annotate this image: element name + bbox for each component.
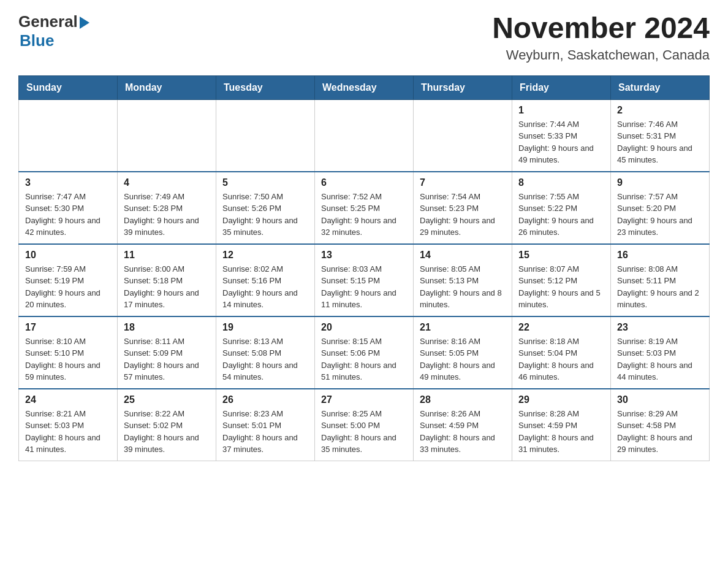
- weekday-header-monday: Monday: [118, 75, 216, 99]
- day-info: Sunrise: 8:21 AMSunset: 5:03 PMDaylight:…: [25, 408, 111, 456]
- day-number: 4: [124, 177, 210, 188]
- day-number: 11: [124, 250, 210, 261]
- calendar-week-row: 17Sunrise: 8:10 AMSunset: 5:10 PMDayligh…: [19, 316, 710, 389]
- day-info: Sunrise: 7:50 AMSunset: 5:26 PMDaylight:…: [222, 191, 308, 239]
- day-number: 27: [321, 394, 407, 405]
- calendar-cell: 25Sunrise: 8:22 AMSunset: 5:02 PMDayligh…: [118, 389, 216, 461]
- day-info: Sunrise: 8:10 AMSunset: 5:10 PMDaylight:…: [25, 335, 111, 383]
- day-number: 14: [420, 250, 506, 261]
- day-number: 8: [518, 177, 604, 188]
- calendar-cell: [414, 99, 512, 172]
- weekday-header-wednesday: Wednesday: [315, 75, 414, 99]
- day-info: Sunrise: 7:52 AMSunset: 5:25 PMDaylight:…: [321, 191, 407, 239]
- day-number: 5: [222, 177, 308, 188]
- day-number: 12: [222, 250, 308, 261]
- day-number: 7: [420, 177, 506, 188]
- calendar-cell: 15Sunrise: 8:07 AMSunset: 5:12 PMDayligh…: [512, 244, 611, 316]
- day-info: Sunrise: 8:29 AMSunset: 4:58 PMDaylight:…: [617, 408, 703, 456]
- logo: General Blue: [18, 12, 89, 50]
- day-number: 18: [124, 322, 210, 333]
- day-number: 24: [25, 394, 111, 405]
- calendar-cell: [118, 99, 216, 172]
- calendar-cell: 6Sunrise: 7:52 AMSunset: 5:25 PMDaylight…: [315, 172, 414, 244]
- day-info: Sunrise: 8:02 AMSunset: 5:16 PMDaylight:…: [222, 263, 308, 311]
- day-number: 26: [222, 394, 308, 405]
- calendar-cell: 5Sunrise: 7:50 AMSunset: 5:26 PMDaylight…: [216, 172, 315, 244]
- calendar-cell: 11Sunrise: 8:00 AMSunset: 5:18 PMDayligh…: [118, 244, 216, 316]
- calendar-week-row: 1Sunrise: 7:44 AMSunset: 5:33 PMDaylight…: [19, 99, 710, 172]
- calendar-cell: [19, 99, 118, 172]
- calendar-cell: 8Sunrise: 7:55 AMSunset: 5:22 PMDaylight…: [512, 172, 611, 244]
- calendar-cell: [315, 99, 414, 172]
- day-info: Sunrise: 7:44 AMSunset: 5:33 PMDaylight:…: [518, 118, 604, 166]
- day-info: Sunrise: 8:15 AMSunset: 5:06 PMDaylight:…: [321, 335, 407, 383]
- day-number: 3: [25, 177, 111, 188]
- calendar-cell: 18Sunrise: 8:11 AMSunset: 5:09 PMDayligh…: [118, 316, 216, 389]
- day-info: Sunrise: 8:23 AMSunset: 5:01 PMDaylight:…: [222, 408, 308, 456]
- calendar-cell: 7Sunrise: 7:54 AMSunset: 5:23 PMDaylight…: [414, 172, 512, 244]
- calendar-cell: 29Sunrise: 8:28 AMSunset: 4:59 PMDayligh…: [512, 389, 611, 461]
- day-info: Sunrise: 8:28 AMSunset: 4:59 PMDaylight:…: [518, 408, 604, 456]
- day-info: Sunrise: 8:05 AMSunset: 5:13 PMDaylight:…: [420, 263, 506, 311]
- day-info: Sunrise: 7:54 AMSunset: 5:23 PMDaylight:…: [420, 191, 506, 239]
- day-number: 25: [124, 394, 210, 405]
- calendar-header-row: SundayMondayTuesdayWednesdayThursdayFrid…: [19, 75, 710, 99]
- day-number: 13: [321, 250, 407, 261]
- calendar-cell: 9Sunrise: 7:57 AMSunset: 5:20 PMDaylight…: [611, 172, 710, 244]
- day-number: 19: [222, 322, 308, 333]
- calendar-week-row: 10Sunrise: 7:59 AMSunset: 5:19 PMDayligh…: [19, 244, 710, 316]
- day-info: Sunrise: 8:26 AMSunset: 4:59 PMDaylight:…: [420, 408, 506, 456]
- calendar-cell: [216, 99, 315, 172]
- day-info: Sunrise: 8:07 AMSunset: 5:12 PMDaylight:…: [518, 263, 604, 311]
- calendar-cell: 27Sunrise: 8:25 AMSunset: 5:00 PMDayligh…: [315, 389, 414, 461]
- calendar-cell: 28Sunrise: 8:26 AMSunset: 4:59 PMDayligh…: [414, 389, 512, 461]
- logo-general-text: General: [18, 12, 78, 31]
- calendar-cell: 16Sunrise: 8:08 AMSunset: 5:11 PMDayligh…: [611, 244, 710, 316]
- weekday-header-friday: Friday: [512, 75, 611, 99]
- month-title: November 2024: [492, 12, 710, 45]
- day-number: 28: [420, 394, 506, 405]
- day-number: 23: [617, 322, 703, 333]
- day-number: 6: [321, 177, 407, 188]
- calendar-cell: 21Sunrise: 8:16 AMSunset: 5:05 PMDayligh…: [414, 316, 512, 389]
- calendar-cell: 24Sunrise: 8:21 AMSunset: 5:03 PMDayligh…: [19, 389, 118, 461]
- day-info: Sunrise: 7:59 AMSunset: 5:19 PMDaylight:…: [25, 263, 111, 311]
- day-info: Sunrise: 7:55 AMSunset: 5:22 PMDaylight:…: [518, 191, 604, 239]
- day-info: Sunrise: 7:57 AMSunset: 5:20 PMDaylight:…: [617, 191, 703, 239]
- calendar-cell: 14Sunrise: 8:05 AMSunset: 5:13 PMDayligh…: [414, 244, 512, 316]
- day-info: Sunrise: 8:08 AMSunset: 5:11 PMDaylight:…: [617, 263, 703, 311]
- weekday-header-thursday: Thursday: [414, 75, 512, 99]
- day-number: 15: [518, 250, 604, 261]
- calendar-cell: 4Sunrise: 7:49 AMSunset: 5:28 PMDaylight…: [118, 172, 216, 244]
- calendar-cell: 3Sunrise: 7:47 AMSunset: 5:30 PMDaylight…: [19, 172, 118, 244]
- day-number: 16: [617, 250, 703, 261]
- day-info: Sunrise: 8:22 AMSunset: 5:02 PMDaylight:…: [124, 408, 210, 456]
- calendar-cell: 30Sunrise: 8:29 AMSunset: 4:58 PMDayligh…: [611, 389, 710, 461]
- day-number: 10: [25, 250, 111, 261]
- day-info: Sunrise: 7:49 AMSunset: 5:28 PMDaylight:…: [124, 191, 210, 239]
- day-info: Sunrise: 7:46 AMSunset: 5:31 PMDaylight:…: [617, 118, 703, 166]
- calendar-cell: 17Sunrise: 8:10 AMSunset: 5:10 PMDayligh…: [19, 316, 118, 389]
- calendar-table: SundayMondayTuesdayWednesdayThursdayFrid…: [18, 75, 710, 461]
- location-subtitle: Weyburn, Saskatchewan, Canada: [492, 47, 710, 63]
- calendar-cell: 12Sunrise: 8:02 AMSunset: 5:16 PMDayligh…: [216, 244, 315, 316]
- calendar-cell: 19Sunrise: 8:13 AMSunset: 5:08 PMDayligh…: [216, 316, 315, 389]
- calendar-cell: 22Sunrise: 8:18 AMSunset: 5:04 PMDayligh…: [512, 316, 611, 389]
- calendar-cell: 10Sunrise: 7:59 AMSunset: 5:19 PMDayligh…: [19, 244, 118, 316]
- day-info: Sunrise: 8:19 AMSunset: 5:03 PMDaylight:…: [617, 335, 703, 383]
- logo-triangle-icon: [80, 17, 89, 29]
- day-info: Sunrise: 8:00 AMSunset: 5:18 PMDaylight:…: [124, 263, 210, 311]
- title-block: November 2024 Weyburn, Saskatchewan, Can…: [492, 12, 710, 63]
- day-number: 21: [420, 322, 506, 333]
- day-number: 22: [518, 322, 604, 333]
- day-number: 30: [617, 394, 703, 405]
- weekday-header-tuesday: Tuesday: [216, 75, 315, 99]
- calendar-cell: 23Sunrise: 8:19 AMSunset: 5:03 PMDayligh…: [611, 316, 710, 389]
- day-number: 2: [617, 105, 703, 116]
- page-header: General Blue November 2024 Weyburn, Sask…: [18, 12, 710, 63]
- day-info: Sunrise: 8:18 AMSunset: 5:04 PMDaylight:…: [518, 335, 604, 383]
- calendar-cell: 26Sunrise: 8:23 AMSunset: 5:01 PMDayligh…: [216, 389, 315, 461]
- day-info: Sunrise: 8:16 AMSunset: 5:05 PMDaylight:…: [420, 335, 506, 383]
- day-number: 17: [25, 322, 111, 333]
- day-info: Sunrise: 8:03 AMSunset: 5:15 PMDaylight:…: [321, 263, 407, 311]
